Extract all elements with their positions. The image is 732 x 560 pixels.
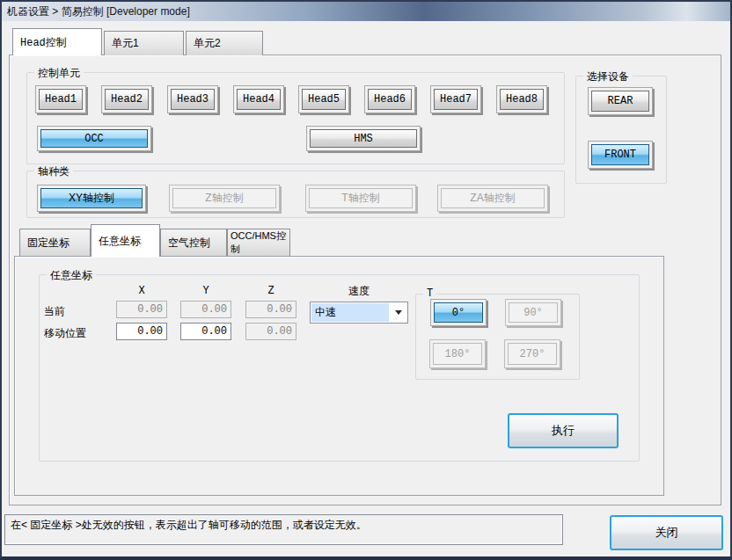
speed-selected-value: 中速	[311, 303, 389, 322]
current-y-field	[180, 301, 231, 318]
window-title: 机器设置 > 简易控制 [Developer mode]	[7, 4, 190, 19]
dialog-window: 机器设置 > 简易控制 [Developer mode] Head控制 单元1 …	[0, 0, 732, 560]
arbitrary-coords-group-label: 任意坐标	[47, 268, 96, 283]
head4-button-label: Head4	[237, 89, 281, 110]
head8-button-label: Head8	[500, 89, 544, 110]
move-x-field[interactable]	[116, 323, 167, 340]
speed-select[interactable]: 中速	[310, 302, 408, 324]
head3-button-label: Head3	[171, 89, 215, 110]
rear-button-label: REAR	[591, 91, 649, 112]
tab-label: 固定坐标	[27, 236, 70, 251]
front-button[interactable]: FRONT	[588, 141, 653, 169]
head6-button-label: Head6	[368, 89, 412, 110]
col-header-x: X	[116, 285, 167, 297]
head6-button[interactable]: Head6	[364, 85, 415, 113]
tab-label: Head控制	[20, 35, 67, 50]
hms-button[interactable]: HMS	[306, 126, 421, 151]
head3-button[interactable]: Head3	[167, 85, 218, 113]
tab-fixed-coords[interactable]: 固定坐标	[19, 229, 91, 256]
move-row-label: 移动位置	[44, 326, 86, 341]
col-header-z: Z	[245, 285, 296, 297]
t-axis-button-label: T轴控制	[309, 188, 413, 208]
tab-label: OCC/HMS控制	[231, 229, 289, 256]
axis-type-group-label: 轴种类	[34, 164, 73, 179]
status-message-box: 在< 固定坐标 >处无效的按钮，表示超出了轴可移动的范围，或者设定无效。	[4, 514, 563, 545]
xy-axis-button-label: XY轴控制	[40, 188, 143, 208]
current-z-field	[245, 301, 296, 318]
move-z-field	[245, 323, 296, 340]
head1-button[interactable]: Head1	[35, 85, 86, 113]
z-axis-button: Z轴控制	[169, 185, 280, 212]
close-button-label: 关闭	[655, 525, 678, 541]
t-axis-button: T轴控制	[305, 185, 416, 212]
tab-unit2[interactable]: 单元2	[186, 31, 263, 55]
tab-unit1[interactable]: 单元1	[104, 31, 184, 55]
front-button-label: FRONT	[591, 144, 649, 165]
execute-button-label: 执行	[552, 423, 575, 439]
move-y-field[interactable]	[180, 323, 231, 340]
current-row-label: 当前	[44, 304, 65, 319]
tab-label: 任意坐标	[99, 234, 141, 249]
current-x-field	[116, 301, 167, 318]
title-bar: 机器设置 > 简易控制 [Developer mode]	[2, 2, 730, 21]
z-axis-button-label: Z轴控制	[172, 188, 276, 208]
head2-button[interactable]: Head2	[101, 85, 152, 113]
xy-axis-button[interactable]: XY轴控制	[37, 185, 146, 212]
occ-button-label: OCC	[40, 129, 148, 148]
angle-90-button: 90°	[505, 299, 561, 326]
head4-button[interactable]: Head4	[233, 85, 284, 113]
angle-0-button[interactable]: 0°	[430, 299, 487, 326]
close-button[interactable]: 关闭	[610, 515, 723, 550]
col-header-y: Y	[180, 285, 231, 297]
angle-270-button-label: 270°	[508, 343, 557, 365]
head7-button[interactable]: Head7	[430, 85, 481, 113]
angle-0-button-label: 0°	[434, 302, 483, 323]
tab-head-control[interactable]: Head控制	[12, 28, 102, 55]
tab-label: 空气控制	[168, 236, 210, 251]
head8-button[interactable]: Head8	[496, 85, 547, 113]
angle-180-button: 180°	[429, 339, 486, 368]
execute-button[interactable]: 执行	[508, 413, 619, 448]
angle-90-button-label: 90°	[509, 302, 558, 323]
za-axis-button: ZA轴控制	[437, 185, 548, 212]
occ-button[interactable]: OCC	[37, 126, 151, 151]
angle-270-button: 270°	[504, 339, 560, 368]
chevron-down-icon	[395, 310, 402, 315]
head7-button-label: Head7	[434, 89, 478, 110]
za-axis-button-label: ZA轴控制	[441, 188, 545, 208]
tab-arbitrary-coords[interactable]: 任意坐标	[91, 224, 160, 257]
head2-button-label: Head2	[105, 89, 149, 110]
tab-label: 单元2	[194, 36, 221, 51]
speed-label: 速度	[310, 284, 408, 299]
status-message: 在< 固定坐标 >处无效的按钮，表示超出了轴可移动的范围，或者设定无效。	[11, 519, 367, 531]
rear-button[interactable]: REAR	[588, 87, 653, 115]
t-angle-group-label: T	[423, 287, 436, 300]
tab-label: 单元1	[112, 36, 139, 51]
hms-button-label: HMS	[310, 129, 417, 148]
angle-180-button-label: 180°	[433, 343, 482, 365]
head5-button-label: Head5	[302, 89, 346, 110]
control-unit-group-label: 控制单元	[34, 66, 84, 81]
head5-button[interactable]: Head5	[298, 85, 349, 113]
head1-button-label: Head1	[39, 89, 83, 110]
device-select-group-label: 选择设备	[583, 69, 633, 84]
combo-dropdown-button[interactable]	[390, 310, 407, 315]
tab-occ-hms-control[interactable]: OCC/HMS控制	[227, 229, 290, 256]
tab-air-control[interactable]: 空气控制	[160, 229, 227, 256]
